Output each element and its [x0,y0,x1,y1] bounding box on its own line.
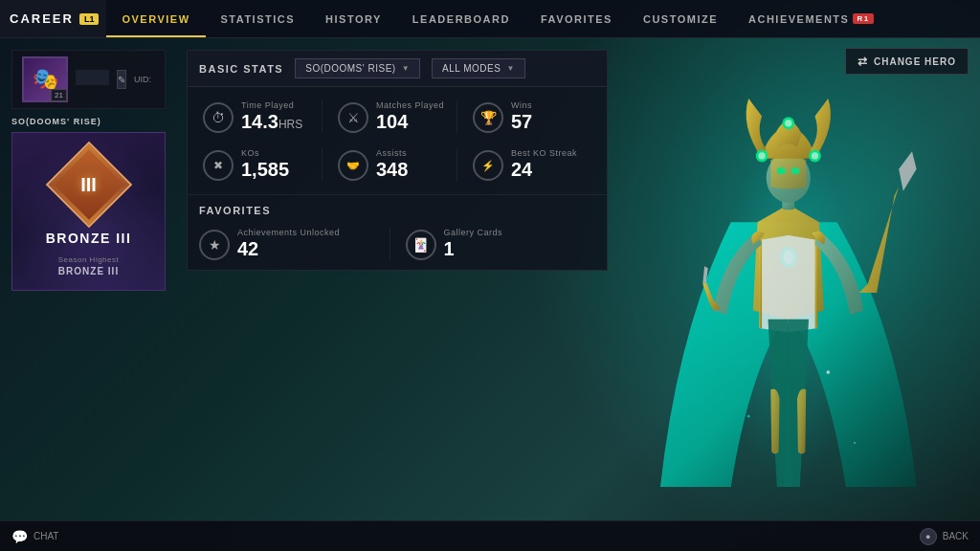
change-hero-icon: ⇄ [858,55,868,68]
wins-label: Wins [511,100,532,110]
center-panel: BASIC STATS SO(DOOMS' RISE) ▼ ALL MODES … [177,38,617,551]
chat-button[interactable]: 💬 CHAT [11,529,58,544]
best-ko-streak-label: Best KO Streak [511,148,577,158]
time-played-value: 14.3HRS [241,112,302,131]
tab-leaderboard[interactable]: LEADERBOARD [397,0,525,37]
fav-gallery-cards: 🃏 Gallery Cards 1 [390,228,596,260]
chat-label: CHAT [33,531,58,541]
achievements-badge: R1 [853,13,873,24]
tab-statistics[interactable]: STATISTICS [206,0,311,37]
stat-wins: 🏆 Wins 57 [457,100,591,133]
stats-row-1: ⏱ Time Played 14.3HRS ⚔ Matches Played [203,100,591,133]
matches-played-value: 104 [376,112,444,131]
edit-profile-button[interactable]: ✎ [117,70,126,89]
uid-section: UID: [134,75,155,84]
rank-numeral: III [80,174,97,196]
l1-badge: L1 [79,13,100,25]
stats-header-title: BASIC STATS [199,63,283,75]
stat-best-ko-streak: ⚡ Best KO Streak 24 [457,148,591,181]
career-label: CAREER [10,11,74,26]
favorites-header: FAVORITES [199,205,595,216]
kos-label: KOs [241,148,289,158]
rank-card: III BRONZE III Season Highest BRONZE III [11,132,166,291]
stat-assists: 🤝 Assists 348 [322,148,457,181]
fav-achievements: ★ Achievements Unlocked 42 [199,228,390,260]
back-badge-icon: ● [920,528,937,545]
stats-grid: ⏱ Time Played 14.3HRS ⚔ Matches Played [188,87,607,194]
stats-dropdown-mode[interactable]: ALL MODES ▼ [432,58,525,78]
wins-value: 57 [511,112,532,131]
assists-value: 348 [376,160,408,179]
profile-name-bar [76,70,109,85]
stats-container: BASIC STATS SO(DOOMS' RISE) ▼ ALL MODES … [187,50,608,271]
kos-icon: ✖ [203,150,234,181]
nav-tabs: OVERVIEW STATISTICS HISTORY LEADERBOARD … [106,0,980,37]
dropdown1-arrow: ▼ [402,64,410,73]
achievements-value: 42 [237,239,340,258]
tab-achievements[interactable]: ACHIEVEMENTS R1 [733,0,889,37]
stat-time-played: ⏱ Time Played 14.3HRS [203,100,322,133]
wins-icon: 🏆 [473,102,503,133]
gallery-cards-icon: 🃏 [406,230,436,260]
tab-customize[interactable]: CUSTOMIZE [628,0,733,37]
bottom-bar: 💬 CHAT ● BACK [0,520,980,551]
stats-header: BASIC STATS SO(DOOMS' RISE) ▼ ALL MODES … [188,51,607,87]
tab-favorites[interactable]: FAVORITES [525,0,628,37]
avatar: 🎭 21 [22,56,68,102]
best-ko-streak-icon: ⚡ [473,150,503,181]
uid-label: UID: [134,75,151,84]
kos-value: 1,585 [241,160,289,179]
stat-kos: ✖ KOs 1,585 [203,148,322,181]
gallery-cards-label: Gallery Cards [444,228,503,237]
career-nav-item: CAREER L1 [0,0,106,37]
stats-row-2: ✖ KOs 1,585 🤝 Assists 348 [203,148,591,181]
navigation-bar: CAREER L1 OVERVIEW STATISTICS HISTORY LE… [0,0,980,38]
left-panel: 🎭 21 ✎ UID: SO(DOOMS' RISE) III BRONZE I… [0,38,177,551]
time-played-icon: ⏱ [203,102,234,133]
change-hero-label: CHANGE HERO [874,56,956,67]
avatar-level: 21 [51,89,67,101]
matches-played-icon: ⚔ [338,102,368,133]
back-label: BACK [943,531,969,541]
rank-section-label: SO(DOOMS' RISE) [11,117,166,126]
favorites-section: FAVORITES ★ Achievements Unlocked 42 🃏 G… [188,195,607,270]
profile-header: 🎭 21 ✎ UID: [11,50,166,109]
favorites-row: ★ Achievements Unlocked 42 🃏 Gallery Car… [199,228,595,260]
stats-dropdown-season[interactable]: SO(DOOMS' RISE) ▼ [295,58,420,78]
best-ko-streak-value: 24 [511,160,577,179]
gallery-cards-value: 1 [444,239,503,258]
dropdown2-arrow: ▼ [506,64,514,73]
assists-icon: 🤝 [338,150,368,181]
time-played-label: Time Played [241,100,302,110]
rank-name: BRONZE III [22,231,155,246]
tab-history[interactable]: HISTORY [310,0,397,37]
assists-label: Assists [376,148,408,158]
main-content: 🎭 21 ✎ UID: SO(DOOMS' RISE) III BRONZE I… [0,38,980,551]
chat-icon: 💬 [11,529,28,544]
matches-played-label: Matches Played [376,100,444,110]
tab-overview[interactable]: OVERVIEW [106,0,205,37]
achievements-icon: ★ [199,230,230,260]
stat-matches-played: ⚔ Matches Played 104 [322,100,457,133]
rank-icon-container: III [51,146,127,223]
back-button[interactable]: ● BACK [920,528,969,545]
achievements-label: Achievements Unlocked [237,228,340,237]
change-hero-button[interactable]: ⇄ CHANGE HERO [845,48,969,75]
